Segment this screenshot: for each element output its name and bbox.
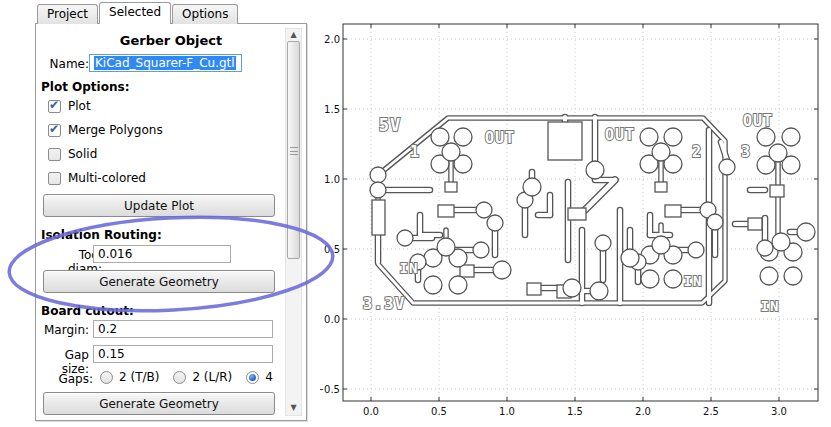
radio-option: 2 (L/R): [173, 370, 232, 384]
selected-tab-panel: Gerber Object Name: KiCad_Squarer-F_Cu.g…: [35, 23, 307, 421]
tool-diam-input[interactable]: [93, 245, 231, 263]
radio-gaps-2tb[interactable]: [100, 371, 113, 384]
tab-options[interactable]: Options: [172, 4, 238, 24]
x-tick-label: 3.0: [771, 406, 787, 417]
tab-project[interactable]: Project: [37, 4, 98, 24]
checkbox-label: Plot: [68, 99, 91, 113]
x-tick-label: 2.5: [703, 406, 719, 417]
scrollbar-down-arrow-icon[interactable]: ▼: [286, 402, 301, 414]
radio-option: 4: [246, 370, 273, 384]
y-tick-label: 1.0: [324, 174, 340, 185]
board-label: OUT: [605, 126, 635, 144]
cutout-generate-geometry-button[interactable]: Generate Geometry: [43, 392, 275, 415]
y-tick-label: 1.5: [324, 104, 340, 115]
radio-gaps-4[interactable]: [246, 371, 259, 384]
y-tick-label: 2.0: [324, 34, 340, 45]
tab-bar: ProjectSelectedOptions: [37, 2, 239, 24]
gaps-label: Gaps:: [36, 372, 93, 386]
margin-label: Margin:: [44, 323, 89, 337]
update-plot-button[interactable]: Update Plot: [43, 194, 275, 217]
flatcam-window: ProjectSelectedOptions Gerber Object Nam…: [0, 0, 831, 427]
checkbox-label: Multi-colored: [68, 171, 146, 185]
isolation-routing-header: Isolation Routing:: [41, 228, 162, 242]
gaps-radio-group: 2 (T/B)2 (L/R)4: [100, 370, 287, 384]
panel-title: Gerber Object: [36, 33, 306, 48]
board-label: 3: [741, 143, 751, 161]
y-tick-label: −0.5: [320, 384, 340, 395]
board-label: IN: [400, 260, 419, 276]
radio-label: 2 (L/R): [192, 370, 232, 384]
radio-label: 4: [265, 370, 273, 384]
x-tick-label: 1.5: [567, 406, 583, 417]
margin-input[interactable]: [93, 320, 273, 338]
x-tick-label: 2.0: [635, 406, 651, 417]
checkbox-row: Multi-colored: [48, 170, 146, 186]
board-cutout-header: Board cutout:: [41, 304, 134, 318]
board-label: 5V: [379, 115, 401, 135]
gap-size-input[interactable]: [93, 345, 273, 363]
name-label: Name:: [46, 57, 89, 71]
radio-option: 2 (T/B): [100, 370, 159, 384]
panel-scrollbar[interactable]: ▲ ▼: [285, 28, 302, 416]
checkbox-solid[interactable]: [48, 148, 61, 161]
name-value-selected: KiCad_Squarer-F_Cu.gtl: [94, 56, 236, 70]
x-tick-label: 0.5: [431, 406, 447, 417]
board-label: 3.3V: [363, 294, 406, 313]
board-label: IN: [684, 273, 703, 289]
y-tick-label: 0.0: [324, 314, 340, 325]
isolation-generate-geometry-button[interactable]: Generate Geometry: [43, 270, 275, 293]
checkbox-plot[interactable]: [48, 100, 61, 113]
checkbox-label: Merge Polygons: [68, 123, 163, 137]
scrollbar-thumb[interactable]: [287, 41, 300, 259]
checkbox-row: Solid: [48, 146, 97, 162]
pcb-plot-canvas[interactable]: 5V1OUTOUT23OUTINININ3.3V0.00.51.01.52.02…: [320, 0, 831, 427]
checkbox-multi-colored[interactable]: [48, 172, 61, 185]
board-label: OUT: [485, 129, 515, 147]
checkbox-row: Merge Polygons: [48, 122, 163, 138]
scrollbar-up-arrow-icon[interactable]: ▲: [286, 29, 301, 41]
x-tick-label: 1.0: [499, 406, 515, 417]
board-label: 2: [692, 143, 702, 161]
checkbox-label: Solid: [68, 147, 97, 161]
scrollbar-grip-icon: [290, 147, 298, 155]
board-label: OUT: [743, 112, 773, 130]
pcb-traces: 5V1OUTOUT23OUTINININ3.3V: [363, 112, 815, 314]
radio-gaps-2lr[interactable]: [173, 371, 186, 384]
checkbox-row: Plot: [48, 98, 91, 114]
board-label: IN: [761, 298, 780, 314]
name-input[interactable]: KiCad_Squarer-F_Cu.gtl: [89, 54, 242, 72]
pcb-plot-svg: 5V1OUTOUT23OUTINININ3.3V0.00.51.01.52.02…: [320, 0, 831, 427]
board-label: 1: [410, 143, 420, 161]
x-tick-label: 0.0: [363, 406, 379, 417]
y-tick-label: 0.5: [324, 244, 340, 255]
tab-selected[interactable]: Selected: [99, 2, 171, 24]
radio-label: 2 (T/B): [119, 370, 159, 384]
plot-options-header: Plot Options:: [41, 80, 129, 94]
checkbox-merge-polygons[interactable]: [48, 124, 61, 137]
